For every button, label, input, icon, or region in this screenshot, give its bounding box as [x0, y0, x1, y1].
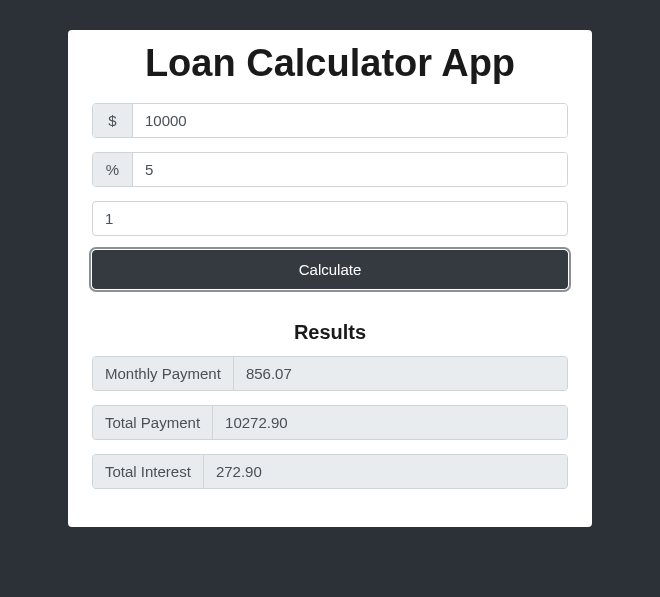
total-interest-value [204, 455, 567, 488]
amount-input[interactable] [133, 104, 567, 137]
total-payment-label: Total Payment [93, 406, 213, 439]
total-payment-value [213, 406, 567, 439]
monthly-payment-group: Monthly Payment [92, 356, 568, 391]
monthly-payment-label: Monthly Payment [93, 357, 234, 390]
interest-input[interactable] [133, 153, 567, 186]
interest-input-group: % [92, 152, 568, 187]
page-title: Loan Calculator App [92, 42, 568, 85]
amount-input-group: $ [92, 103, 568, 138]
percent-icon: % [93, 153, 133, 186]
years-input[interactable] [92, 201, 568, 236]
monthly-payment-value [234, 357, 567, 390]
dollar-icon: $ [93, 104, 133, 137]
total-interest-label: Total Interest [93, 455, 204, 488]
calculate-button[interactable]: Calculate [92, 250, 568, 289]
calculator-card: Loan Calculator App $ % Calculate Result… [68, 30, 592, 527]
total-payment-group: Total Payment [92, 405, 568, 440]
total-interest-group: Total Interest [92, 454, 568, 489]
results-heading: Results [92, 321, 568, 344]
